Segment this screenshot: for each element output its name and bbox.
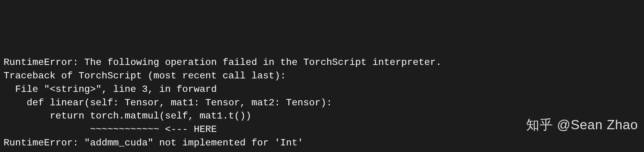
- code-def-line: def linear(self: Tensor, mat1: Tensor, m…: [4, 96, 640, 110]
- terminal-output: RuntimeError: The following operation fa…: [4, 56, 640, 150]
- error-line-1: RuntimeError: The following operation fa…: [4, 56, 640, 69]
- watermark-text: 知乎 @Sean Zhao: [526, 115, 638, 134]
- traceback-header: Traceback of TorchScript (most recent ca…: [4, 69, 640, 83]
- error-line-2: RuntimeError: "addmm_cuda" not implement…: [4, 136, 640, 150]
- file-location: File "<string>", line 3, in forward: [4, 83, 640, 96]
